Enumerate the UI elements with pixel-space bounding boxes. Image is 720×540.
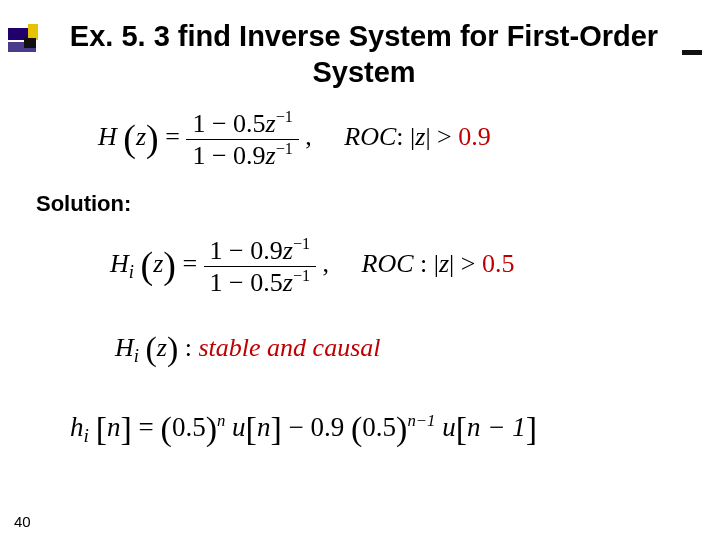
page-number: 40 bbox=[14, 513, 31, 530]
roc-label: ROC bbox=[344, 122, 396, 151]
paren-close: ) bbox=[396, 410, 407, 447]
u-fn: u bbox=[442, 412, 456, 442]
roc-mid: : | bbox=[396, 122, 415, 151]
exp-n1: n−1 bbox=[407, 411, 435, 430]
sub-i: i bbox=[84, 425, 89, 446]
arg-n: n bbox=[107, 412, 121, 442]
den-exp: −1 bbox=[276, 140, 293, 157]
fn-H: H bbox=[98, 122, 117, 151]
bracket-close: ] bbox=[270, 410, 281, 447]
colon: : bbox=[185, 333, 199, 362]
roc-after: | > bbox=[449, 249, 482, 278]
equation-hi-n: hi [n] = (0.5)n u[n] − 0.9 (0.5)n−1 u[n … bbox=[70, 410, 537, 448]
num-var: z bbox=[266, 109, 276, 138]
paren-close: ) bbox=[206, 410, 217, 447]
fn-Hi: H bbox=[115, 333, 134, 362]
bracket-open: [ bbox=[246, 410, 257, 447]
coef: 0.9 bbox=[310, 412, 344, 442]
equation-H: H (z) = 1 − 0.5z−1 1 − 0.9z−1 , ROC: |z|… bbox=[98, 108, 491, 170]
base: 0.5 bbox=[172, 412, 206, 442]
equation-Hi-property: Hi (z) : stable and causal bbox=[115, 330, 381, 368]
den-text: 1 − 0.5 bbox=[210, 267, 283, 296]
solution-label: Solution: bbox=[36, 191, 131, 217]
u-arg: n bbox=[257, 412, 271, 442]
decor-dash bbox=[682, 50, 702, 55]
roc-value: 0.5 bbox=[482, 249, 515, 278]
den-text: 1 − 0.9 bbox=[192, 140, 265, 169]
fraction: 1 − 0.9z−1 1 − 0.5z−1 bbox=[204, 235, 316, 297]
exp-n: n bbox=[217, 411, 225, 430]
arg-z: z bbox=[157, 333, 167, 362]
equation-Hi: Hi (z) = 1 − 0.9z−1 1 − 0.5z−1 , ROC : |… bbox=[110, 235, 514, 297]
num-text: 1 − 0.9 bbox=[210, 236, 283, 265]
bracket-open: [ bbox=[456, 410, 467, 447]
roc-after: | > bbox=[425, 122, 458, 151]
den-var: z bbox=[266, 140, 276, 169]
roc-mid: : | bbox=[414, 249, 439, 278]
num-exp: −1 bbox=[276, 108, 293, 125]
roc-label: ROC bbox=[362, 249, 414, 278]
slide-title: Ex. 5. 3 find Inverse System for First-O… bbox=[66, 18, 662, 91]
u-fn: u bbox=[232, 412, 246, 442]
slide: Ex. 5. 3 find Inverse System for First-O… bbox=[0, 0, 720, 540]
bracket-close: ] bbox=[526, 410, 537, 447]
fn-Hi: H bbox=[110, 249, 129, 278]
roc-value: 0.9 bbox=[458, 122, 491, 151]
sub-i: i bbox=[134, 345, 139, 366]
fraction: 1 − 0.5z−1 1 − 0.9z−1 bbox=[186, 108, 298, 170]
fn-hi: h bbox=[70, 412, 84, 442]
equals: = bbox=[139, 412, 161, 442]
decor-mark bbox=[24, 38, 36, 48]
sub-i: i bbox=[129, 261, 134, 282]
num-exp: −1 bbox=[293, 235, 310, 252]
base: 0.5 bbox=[362, 412, 396, 442]
u-arg: n − 1 bbox=[467, 412, 526, 442]
paren-open: ( bbox=[351, 410, 362, 447]
num-var: z bbox=[283, 236, 293, 265]
den-var: z bbox=[283, 267, 293, 296]
num-text: 1 − 0.5 bbox=[192, 109, 265, 138]
arg-z: z bbox=[153, 249, 163, 278]
roc-var: z bbox=[415, 122, 425, 151]
minus: − bbox=[288, 412, 310, 442]
stable-causal-text: stable and causal bbox=[199, 333, 381, 362]
den-exp: −1 bbox=[293, 267, 310, 284]
paren-open: ( bbox=[161, 410, 172, 447]
arg-z: z bbox=[136, 122, 146, 151]
roc-var: z bbox=[439, 249, 449, 278]
